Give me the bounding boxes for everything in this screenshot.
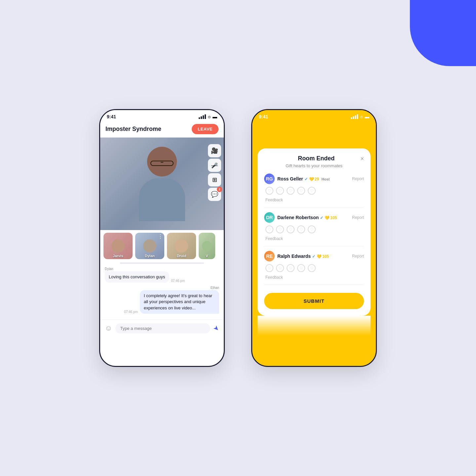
participant-dylan-more[interactable]: ⋮ <box>158 234 163 239</box>
roommate-info-ralph: RE Ralph Edwards ✓ 💛105 Report <box>264 251 364 261</box>
star-5-ralph[interactable] <box>308 264 316 272</box>
participant-jarvis[interactable]: Jarvis <box>103 233 133 259</box>
roommate-info-darlene: DR Darlene Robertson ✓ 💛105 Report <box>264 212 364 223</box>
close-button[interactable]: × <box>360 156 364 162</box>
stars-row-ross <box>264 187 364 195</box>
chat-area: Dylan Loving this conversation guys 07:4… <box>100 264 224 320</box>
star-4-ralph[interactable] <box>297 264 305 272</box>
participant-dylan[interactable]: Dylan ⋮ <box>135 233 164 259</box>
star-5-darlene[interactable] <box>308 225 316 233</box>
main-speaker-visual <box>139 147 185 221</box>
star-1-darlene[interactable] <box>265 225 273 233</box>
star-2-darlene[interactable] <box>276 225 284 233</box>
participant-v[interactable]: V <box>199 233 215 259</box>
phone2-wifi-icon: ⌾ <box>360 114 363 119</box>
star-1-ross[interactable] <box>265 187 273 195</box>
room-title: Imposter Syndrome <box>105 126 161 133</box>
mic-mute-icon: 🎤 <box>211 162 218 169</box>
phone-2-frame: 9:41 ⌾ ▬ Room Ended × Gift hearts to you… <box>251 109 377 367</box>
phone1-signal-icon <box>199 114 206 119</box>
report-button-ross[interactable]: Report <box>352 177 364 181</box>
chat-time-dylan: 07:46 pm <box>171 279 185 283</box>
phone1-header: Imposter Syndrome LEAVE <box>100 121 224 138</box>
side-controls: 🎥 🎤 ⊞ 💬 2 <box>208 144 221 201</box>
mute-control-button[interactable]: 🎤 <box>208 159 221 172</box>
participant-druid[interactable]: Druid <box>167 233 196 259</box>
star-4-ross[interactable] <box>297 187 305 195</box>
roommate-row-darlene: DR Darlene Robertson ✓ 💛105 Report <box>264 212 364 246</box>
jarvis-avatar <box>111 239 125 253</box>
send-button[interactable]: ➤ <box>212 324 221 333</box>
star-3-ross[interactable] <box>287 187 295 195</box>
dylan-avatar <box>143 239 156 253</box>
leave-button[interactable]: LEAVE <box>192 124 218 134</box>
room-ended-card: Room Ended × Gift hearts to your roommat… <box>258 148 371 316</box>
star-2-ross[interactable] <box>276 187 284 195</box>
video-area: 🎥 🎤 ⊞ 💬 2 <box>100 138 224 230</box>
stars-row-darlene <box>264 225 364 233</box>
avatar-darlene: DR <box>264 212 275 223</box>
star-1-ralph[interactable] <box>265 264 273 272</box>
star-4-darlene[interactable] <box>297 225 305 233</box>
video-icon: 🎥 <box>211 147 218 154</box>
star-2-ralph[interactable] <box>276 264 284 272</box>
emoji-button[interactable]: ☺ <box>105 324 112 333</box>
roommate-name-ralph: Ralph Edwards ✓ 💛105 <box>277 254 329 259</box>
feedback-link-darlene[interactable]: Feedback <box>264 236 283 241</box>
participant-druid-name: Druid <box>167 254 196 258</box>
verified-icon-ralph: ✓ <box>312 254 315 259</box>
stars-row-ralph <box>264 264 364 272</box>
star-5-ross[interactable] <box>308 187 316 195</box>
participant-dylan-name: Dylan <box>135 254 164 258</box>
heart-count-darlene: 💛105 <box>325 216 337 220</box>
blue-decorative-shape <box>410 0 476 66</box>
avatar-ralph: RE <box>264 251 275 261</box>
participants-strip: Jarvis Dylan ⋮ Druid V <box>100 230 224 262</box>
chat-bubble-dylan: Loving this conversation guys <box>105 271 169 283</box>
chat-input-bar: ☺ ➤ <box>100 320 224 337</box>
star-3-darlene[interactable] <box>287 225 295 233</box>
phone1-status-bar: 9:41 ⌾ ▬ <box>100 110 224 121</box>
chat-time-ethan: 07:46 pm <box>124 310 138 314</box>
chat-bubble-ethan: I completely agree! It's great to hear a… <box>140 290 219 314</box>
feedback-link-ralph[interactable]: Feedback <box>264 275 283 280</box>
phone2-status-icons: ⌾ ▬ <box>351 114 369 119</box>
phone1-wifi-icon: ⌾ <box>208 114 211 119</box>
report-button-ralph[interactable]: Report <box>352 254 364 258</box>
chat-message-ethan: Ethan I completely agree! It's great to … <box>105 286 219 314</box>
roommate-left-ross: RG Ross Geller ✓ 💛29 Host <box>264 174 330 184</box>
message-input[interactable] <box>115 323 210 334</box>
roommate-left-ralph: RE Ralph Edwards ✓ 💛105 <box>264 251 329 261</box>
chat-row-dylan: Loving this conversation guys 07:46 pm <box>105 271 185 283</box>
host-badge-ross: Host <box>322 177 330 181</box>
heart-count-ralph: 💛105 <box>317 254 329 259</box>
star-3-ralph[interactable] <box>287 264 295 272</box>
verified-icon-ross: ✓ <box>304 177 308 181</box>
verified-icon-darlene: ✓ <box>320 216 323 220</box>
grid-icon: ⊞ <box>212 176 217 183</box>
phone2-battery-icon: ▬ <box>365 114 369 119</box>
chat-message-dylan: Dylan Loving this conversation guys 07:4… <box>105 267 219 283</box>
heart-count-ross: 💛29 <box>309 177 319 181</box>
feedback-link-ross[interactable]: Feedback <box>264 198 283 202</box>
report-button-darlene[interactable]: Report <box>352 215 364 220</box>
card-title: Room Ended <box>272 155 360 162</box>
participant-v-name: V <box>199 254 215 258</box>
main-video <box>100 138 224 230</box>
roommate-info-ross: RG Ross Geller ✓ 💛29 Host Report <box>264 174 364 184</box>
phone2-bottom-fade <box>258 316 371 336</box>
chat-control-button[interactable]: 💬 2 <box>208 188 221 201</box>
grid-control-button[interactable]: ⊞ <box>208 173 221 186</box>
phone-1-frame: 9:41 ⌾ ▬ Imposter Syndrome LEAVE <box>99 109 225 367</box>
phone2-status-bar: 9:41 ⌾ ▬ <box>252 110 376 122</box>
phone1-status-icons: ⌾ ▬ <box>199 114 217 119</box>
phone1-time: 9:41 <box>107 114 116 119</box>
video-control-button[interactable]: 🎥 <box>208 144 221 157</box>
scroll-indicator <box>120 262 204 264</box>
phones-container: 9:41 ⌾ ▬ Imposter Syndrome LEAVE <box>99 109 377 367</box>
chat-sender-ethan: Ethan <box>211 286 219 290</box>
submit-button[interactable]: SUBMIT <box>264 293 364 309</box>
phone2-yellow-bg <box>252 122 376 148</box>
phone1-battery-icon: ▬ <box>213 114 217 119</box>
chat-text-ethan: I completely agree! It's great to hear a… <box>144 293 212 310</box>
